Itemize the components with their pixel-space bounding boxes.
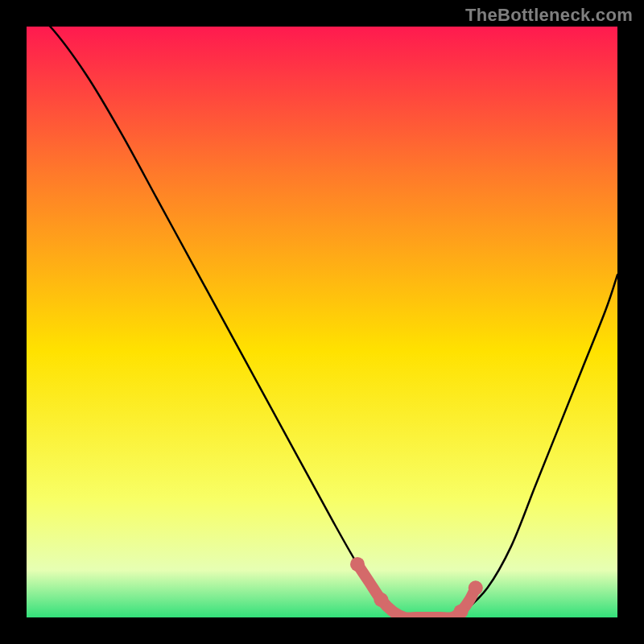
chart-root: TheBottleneck.com: [0, 0, 644, 644]
bottleneck-curve-right: [452, 275, 618, 617]
chart-svg: [27, 27, 617, 617]
plot-area: [27, 27, 617, 617]
watermark-text: TheBottleneck.com: [465, 5, 633, 26]
highlight-dot: [469, 580, 483, 595]
highlight-dot: [350, 557, 365, 572]
highlight-dot: [374, 592, 388, 607]
bottleneck-curve-left: [27, 27, 405, 617]
